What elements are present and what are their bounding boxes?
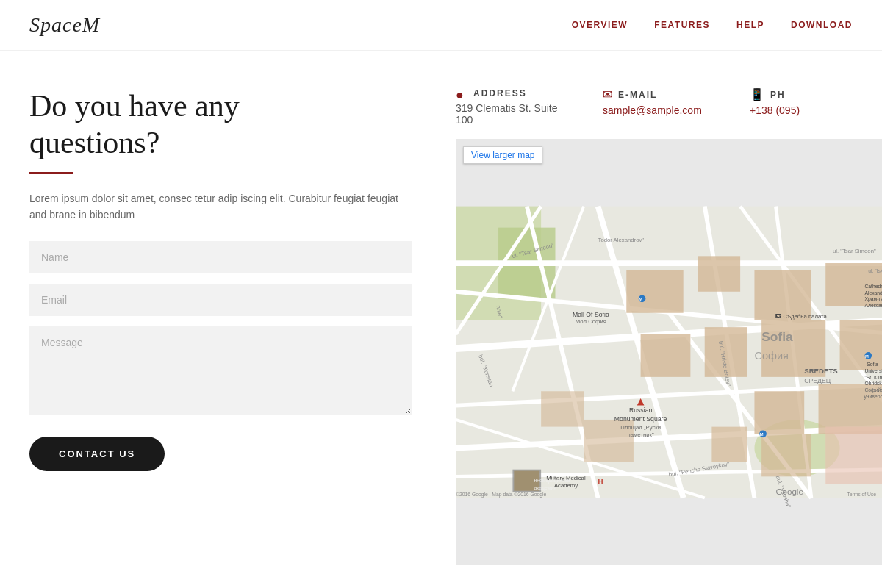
phone-item: 📱 PH +138 (095) [750, 87, 882, 116]
address-value: 319 Clematis St. Suite 100 [456, 102, 573, 126]
svg-text:Mall Of Sofia: Mall Of Sofia [573, 311, 609, 318]
nav-download[interactable]: DOWNLOAD [791, 20, 853, 30]
svg-text:университет: университет [864, 394, 882, 400]
header: SpaceM OVERVIEW FEATURES HELP DOWNLOAD [0, 0, 882, 51]
svg-text:M: M [639, 297, 642, 301]
view-larger-map-link[interactable]: View larger map [463, 146, 542, 164]
svg-text:Площад „Руски: Площад „Руски [620, 424, 661, 431]
svg-text:H: H [598, 477, 603, 485]
svg-rect-30 [761, 434, 811, 476]
svg-text:Cathedral Sain: Cathedral Sain [864, 284, 882, 289]
nav-features[interactable]: FEATURES [654, 20, 710, 30]
page-heading: Do you have any questions? [29, 87, 412, 162]
email-item: ✉ E-MAIL sample@sample.com [603, 87, 750, 116]
svg-rect-27 [754, 391, 804, 434]
svg-text:Sofia: Sofia [761, 329, 793, 344]
description-text: Lorem ipsum dolor sit amet, consec tetur… [29, 190, 412, 223]
svg-rect-23 [641, 334, 691, 377]
svg-rect-31 [541, 391, 584, 426]
svg-text:Sofia: Sofia [867, 362, 878, 367]
svg-text:⛾ Съдебна палата: ⛾ Съдебна палата [775, 313, 827, 320]
pin-icon: ● [456, 87, 467, 99]
email-label-row: ✉ E-MAIL [603, 87, 657, 101]
svg-text:нномедицинска: нномедицинска [534, 478, 570, 484]
right-panel: ● ADDRESS 319 Clematis St. Suite 100 ✉ E… [456, 87, 882, 565]
contact-us-button[interactable]: CONTACT US [29, 437, 165, 471]
svg-text:ul. "Iskar": ul. "Iskar" [868, 268, 882, 273]
email-input[interactable] [29, 284, 412, 316]
name-input[interactable] [29, 241, 412, 273]
svg-text:Храм-паметник: Храм-паметник [864, 296, 882, 302]
svg-text:M: M [760, 432, 764, 437]
svg-rect-33 [825, 427, 882, 484]
svg-text:©2016 Google · Map data ©2016 : ©2016 Google · Map data ©2016 Google [456, 492, 546, 498]
svg-rect-29 [711, 427, 747, 462]
svg-text:ul. "Tsar Simeon": ul. "Tsar Simeon" [833, 248, 876, 254]
contact-info-row: ● ADDRESS 319 Clematis St. Suite 100 ✉ E… [456, 87, 882, 126]
heading-underline [29, 172, 74, 174]
svg-text:Russian: Russian [629, 406, 653, 414]
map-container: View larger map [456, 139, 882, 565]
svg-text:София: София [754, 350, 788, 362]
email-label: E-MAIL [618, 90, 657, 100]
svg-text:M: M [865, 354, 869, 359]
svg-text:Monument Square: Monument Square [614, 415, 667, 423]
main-content: Do you have any questions? Lorem ipsum d… [0, 51, 882, 587]
logo: SpaceM [29, 13, 100, 37]
svg-text:Terms of Use: Terms of Use [847, 492, 876, 497]
address-item: ● ADDRESS 319 Clematis St. Suite 100 [456, 87, 603, 126]
svg-rect-20 [698, 256, 740, 291]
address-label: ADDRESS [473, 88, 527, 98]
email-value: sample@sample.com [603, 104, 702, 116]
phone-value: +138 (095) [750, 104, 800, 116]
message-input[interactable] [29, 326, 412, 415]
svg-text:Мол София: Мол София [576, 318, 606, 325]
svg-text:СРЕДЕЦ: СРЕДЕЦ [804, 377, 831, 384]
svg-text:SREDETS: SREDETS [804, 367, 838, 375]
svg-text:паметник": паметник" [628, 431, 654, 438]
main-nav: OVERVIEW FEATURES HELP DOWNLOAD [572, 20, 853, 30]
svg-text:Александър Не: Александър Не [864, 303, 882, 309]
svg-text:Софийски: Софийски [864, 387, 882, 393]
svg-text:Google: Google [775, 487, 803, 496]
phone-label-row: 📱 PH [750, 87, 786, 101]
svg-text:Ohridski": Ohridski" [864, 381, 882, 386]
map-svg: Sofia София Mall Of Sofia Мол София Russ… [456, 139, 882, 565]
nav-overview[interactable]: OVERVIEW [572, 20, 628, 30]
address-label-row: ● ADDRESS [456, 87, 527, 99]
svg-text:академия: академия [534, 485, 556, 491]
mail-icon: ✉ [603, 87, 612, 101]
svg-text:Academy: Academy [554, 482, 578, 489]
phone-icon: 📱 [750, 87, 764, 101]
svg-text:University: University [864, 368, 882, 374]
nav-help[interactable]: HELP [736, 20, 764, 30]
svg-text:"St. Klime: "St. Klime [864, 375, 882, 380]
left-panel: Do you have any questions? Lorem ipsum d… [29, 87, 412, 565]
svg-rect-19 [626, 270, 683, 313]
svg-text:Alexandar Ne: Alexandar Ne [864, 290, 882, 295]
phone-label: PH [770, 90, 786, 100]
svg-text:Todor Alexandrov": Todor Alexandrov" [598, 237, 645, 243]
